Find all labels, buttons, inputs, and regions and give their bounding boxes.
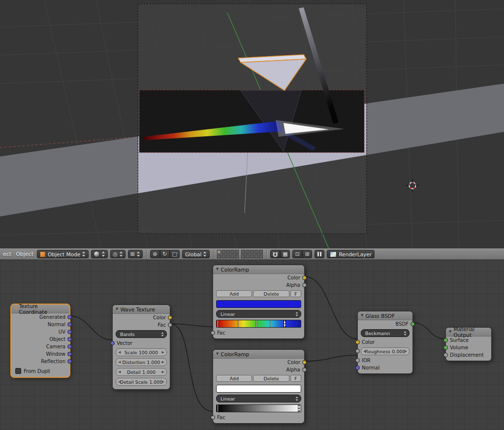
increment-icon[interactable]: ▶ [162,360,164,364]
socket-camera-output[interactable] [67,344,72,349]
from-dupli-checkbox[interactable]: From Dupli [11,368,69,375]
pivot-point-dropdown[interactable]: ◎ [110,250,126,258]
translate-manipulator-button[interactable]: ⊕ [150,250,160,258]
collapse-triangle-icon[interactable]: ▼ [116,307,118,311]
stop-color-swatch[interactable] [216,300,301,308]
add-stop-button[interactable]: Add [216,375,252,382]
node-wave-texture[interactable]: ▼ Wave Texture Color Fac Bands Vector ◀S… [112,305,170,390]
roughness-field[interactable]: ◀Roughness 0.000▶ [361,347,410,355]
collapse-triangle-icon[interactable]: ▼ [449,330,451,334]
decrement-icon[interactable]: ◀ [118,350,121,354]
render-layer-dropdown[interactable]: RenderLayer [327,250,375,258]
node-material-output[interactable]: ▼ Material Output Surface Volume Displac… [445,327,492,361]
socket-displacement-input[interactable] [443,353,448,357]
layer-buttons-group-2[interactable] [241,250,263,258]
distribution-dropdown[interactable]: Beckmann [361,329,410,337]
collapse-triangle-icon[interactable]: ▼ [14,307,17,310]
magnet-snap-toggle[interactable]: Ω [270,250,280,258]
node-header[interactable]: ▼ Glass BSDF [358,311,412,320]
stop-marker[interactable] [218,405,218,412]
interpolation-dropdown[interactable]: Linear [216,395,301,402]
socket-window-output[interactable] [67,352,72,356]
socket-fac-input[interactable] [211,331,215,335]
fake-user-button[interactable]: F [290,375,301,382]
distortion-field[interactable]: ◀Distortion 1.000▶ [116,358,167,366]
proportional-edit-dropdown[interactable]: ⊞ [128,250,143,258]
stop-marker-selected[interactable] [298,405,300,412]
node-header[interactable]: ▼ Wave Texture [113,305,170,314]
socket-color-output[interactable] [168,315,172,320]
stop-marker[interactable] [238,320,238,327]
delete-stop-button[interactable]: Delete [253,290,289,297]
wave-type-dropdown[interactable]: Bands [116,330,167,338]
decrement-icon[interactable]: ◀ [118,370,121,374]
socket-alpha-output[interactable] [302,368,307,372]
menu-object[interactable]: Object [15,251,34,257]
node-colorramp-bottom[interactable]: ▼ ColorRamp Color Alpha Add Delete F Lin… [213,349,305,424]
node-glass-bsdf[interactable]: ▼ Glass BSDF BSDF Beckmann Color ◀Roughn… [357,311,413,374]
socket-color-output[interactable] [302,276,307,280]
transform-orientation-dropdown[interactable]: Global [182,250,210,258]
socket-reflection-output[interactable] [67,359,72,364]
increment-icon[interactable]: ▶ [162,370,164,374]
scale-field[interactable]: ◀Scale 100.000▶ [116,348,167,356]
socket-alpha-output[interactable] [302,283,307,287]
delete-stop-button[interactable]: Delete [253,375,289,382]
socket-fac-input[interactable] [211,415,215,420]
pause-render-toggle[interactable] [315,250,324,258]
stop-marker-selected[interactable] [284,320,285,327]
socket-fac-output[interactable] [168,323,172,327]
node-texture-coordinate[interactable]: ▼ Texture Coordinate Generated Normal UV… [11,304,70,377]
viewport-shading-dropdown[interactable] [91,250,108,258]
node-header[interactable]: ▼ ColorRamp [213,265,304,274]
scale-manipulator-button[interactable]: □ [170,250,180,258]
node-colorramp-top[interactable]: ▼ ColorRamp Color Alpha Add Delete F Lin… [213,265,305,339]
collapse-triangle-icon[interactable]: ▼ [361,314,363,317]
socket-color-output[interactable] [302,360,307,365]
opengl-render-still-button[interactable]: ⊡ [292,250,302,258]
add-stop-button[interactable]: Add [216,290,252,297]
stop-marker[interactable] [218,320,218,327]
increment-icon[interactable]: ▶ [162,380,164,384]
node-header[interactable]: ▼ Material Output [446,328,491,337]
detail-field[interactable]: ◀Detail 1.000▶ [116,368,167,376]
socket-ior-input[interactable] [355,358,360,363]
socket-object-output[interactable] [67,337,72,341]
collapse-triangle-icon[interactable]: ▼ [216,268,219,271]
interpolation-dropdown[interactable]: Linear [216,310,301,318]
socket-volume-input[interactable] [443,345,448,350]
node-editor[interactable]: ▼ Texture Coordinate Generated Normal UV… [0,260,504,430]
decrement-icon[interactable]: ◀ [363,349,366,353]
color-gradient-bar[interactable] [216,320,301,328]
socket-uv-output[interactable] [67,330,72,334]
stop-marker[interactable] [270,320,270,327]
mode-dropdown[interactable]: Object Mode [37,250,89,258]
node-header[interactable]: ▼ ColorRamp [213,350,304,359]
socket-normal-output[interactable] [67,322,72,327]
increment-icon[interactable]: ▶ [405,349,407,353]
socket-bsdf-output[interactable] [410,322,415,326]
input-vector: Vector [113,339,170,347]
socket-normal-input[interactable] [355,366,360,370]
opengl-render-anim-button[interactable]: ⊞ [302,250,312,258]
socket-color-input[interactable] [355,340,360,344]
stop-color-swatch[interactable] [216,385,301,393]
collapse-triangle-icon[interactable]: ▼ [216,352,219,356]
socket-roughness-input[interactable] [355,349,360,353]
layer-buttons-group-1[interactable] [217,250,239,258]
socket-vector-input[interactable] [110,341,115,345]
snap-element-dropdown[interactable]: ▦ [280,250,290,258]
increment-icon[interactable]: ▶ [162,350,164,354]
socket-generated-output[interactable] [67,315,72,319]
decrement-icon[interactable]: ◀ [118,360,121,364]
menu-partial[interactable]: ect [2,251,12,257]
stop-marker[interactable] [256,320,256,327]
detail-scale-field[interactable]: ◀Detail Scale 1.000▶ [116,378,167,386]
node-header[interactable]: ▼ Texture Coordinate [11,305,69,313]
socket-surface-input[interactable] [443,338,448,342]
decrement-icon[interactable]: ◀ [118,380,121,384]
rotate-manipulator-button[interactable]: ↻ [160,250,170,258]
3d-viewport[interactable] [0,0,504,248]
fake-user-button[interactable]: F [290,290,301,297]
color-gradient-bar[interactable] [216,404,301,412]
